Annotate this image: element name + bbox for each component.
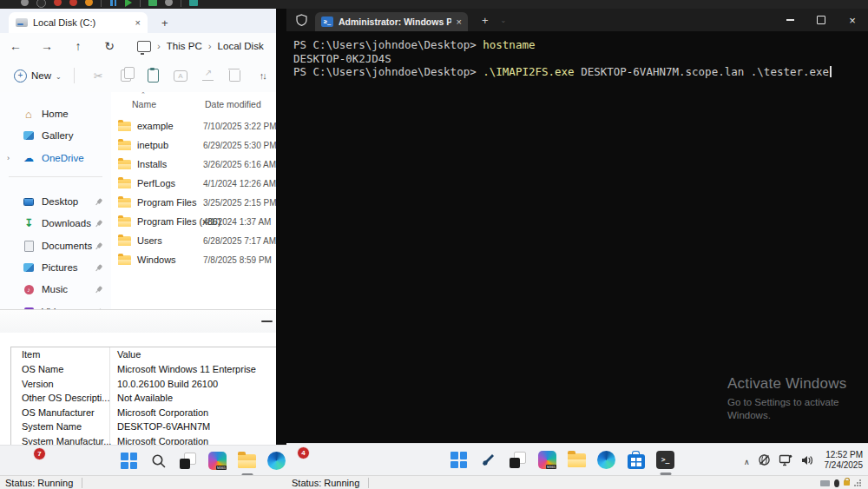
value-cell: Not Available (117, 393, 173, 403)
vm-stop-icon[interactable] (36, 0, 46, 8)
file-row[interactable]: inetpub 6/29/2025 5:30 PM (111, 137, 276, 155)
vm-pause-icon[interactable] (109, 0, 117, 6)
system-info-titlebar[interactable] (0, 310, 286, 333)
edge-icon[interactable] (267, 450, 286, 472)
column-header-date-modified[interactable]: Date modified (205, 99, 261, 109)
tool-icon[interactable] (479, 449, 497, 472)
watermark-title: Activate Windows (727, 375, 846, 393)
sidebar-item-pictures[interactable]: Pictures (0, 258, 108, 277)
start-button[interactable] (120, 450, 138, 472)
edge-icon[interactable] (597, 449, 615, 472)
microsoft-store-icon[interactable] (627, 449, 645, 472)
up-icon[interactable] (62, 39, 94, 53)
vm-suspend-icon[interactable] (85, 0, 93, 6)
refresh-icon[interactable] (94, 39, 125, 53)
sidebar-item-home[interactable]: Home (0, 104, 108, 123)
system-info-window: Item Value OS Name Microsoft Windows 11 … (0, 309, 286, 446)
file-row[interactable]: PerfLogs 4/1/2024 12:26 AM (111, 175, 276, 193)
tab-close-icon[interactable] (135, 18, 141, 28)
value-cell: Microsoft Corporation (117, 407, 208, 418)
value-cell: Microsoft Windows 11 Enterprise (117, 364, 256, 374)
file-explorer-icon[interactable] (568, 449, 586, 472)
copy-icon[interactable] (112, 69, 140, 82)
file-row[interactable]: Program Files 3/25/2025 2:15 PM (111, 195, 276, 212)
chevron-right-icon (208, 41, 212, 51)
tray-chevron-icon[interactable] (744, 453, 750, 468)
volume-icon[interactable] (800, 454, 814, 466)
table-row[interactable]: System Name DESKTOP-6VAHN7M (11, 420, 286, 434)
new-tab-icon[interactable] (161, 17, 168, 29)
table-row[interactable]: OS Manufacturer Microsoft Corporation (11, 406, 286, 420)
delete-icon[interactable] (221, 70, 249, 82)
sidebar-item-videos[interactable]: Videos (0, 302, 108, 309)
breadcrumb-this-pc[interactable]: This PC (167, 41, 202, 51)
m365-copilot-icon[interactable] (538, 449, 556, 472)
sidebar-item-documents[interactable]: Documents (0, 236, 108, 255)
powershell-tab[interactable]: Administrator: Windows Pow (315, 12, 468, 31)
breadcrumb[interactable]: This PC Local Disk (137, 41, 264, 52)
sidebar-item-gallery[interactable]: Gallery (0, 126, 108, 145)
sidebar-item-onedrive[interactable]: OneDrive (0, 149, 108, 168)
vm-record-icon[interactable] (54, 0, 62, 6)
share-icon[interactable] (194, 70, 222, 81)
paste-icon[interactable] (140, 69, 168, 83)
lock-icon[interactable] (844, 480, 850, 486)
column-header-item: Item (22, 349, 40, 360)
m365-copilot-icon[interactable] (208, 450, 227, 472)
vm-console-icon[interactable] (189, 0, 198, 6)
table-row[interactable]: System Manufactur... Microsoft Corporati… (11, 434, 286, 446)
documents-icon (23, 241, 35, 251)
file-row[interactable]: Installs 3/26/2025 6:16 AM (111, 156, 276, 174)
sort-icon[interactable] (249, 70, 276, 81)
resize-grip-icon[interactable] (854, 479, 861, 486)
sidebar-item-music[interactable]: Music (0, 280, 108, 299)
vm-revert-icon[interactable] (165, 0, 173, 6)
close-button[interactable] (837, 9, 868, 31)
maximize-button[interactable] (806, 9, 837, 31)
keyboard-icon[interactable] (820, 480, 830, 486)
task-view-icon[interactable] (179, 450, 197, 472)
file-date: 3/25/2025 2:15 PM (203, 198, 276, 208)
file-explorer-icon[interactable] (238, 450, 256, 472)
pin-icon (93, 196, 104, 208)
forward-icon[interactable] (31, 39, 62, 53)
watermark-line: Go to Settings to activate (727, 396, 846, 409)
sidebar-item-desktop[interactable]: Desktop (0, 192, 108, 211)
tab-close-icon[interactable] (457, 17, 462, 27)
ethernet-icon[interactable] (779, 454, 792, 466)
table-row[interactable]: Other OS Descripti... Not Available (11, 391, 286, 406)
vm-shutdown-icon[interactable] (69, 0, 77, 6)
table-row[interactable]: Version 10.0.26100 Build 26100 (11, 377, 286, 392)
vm-play-icon[interactable] (125, 0, 132, 7)
taskbar-clock[interactable]: 12:52 PM 7/24/2025 (825, 450, 864, 470)
vm-power-icon[interactable] (21, 0, 29, 6)
breadcrumb-local-disk[interactable]: Local Disk (218, 41, 264, 51)
no-internet-icon[interactable] (758, 453, 771, 466)
sidebar-item-downloads[interactable]: Downloads (0, 214, 108, 233)
new-button[interactable]: New (14, 69, 62, 83)
explorer-tab-local-disk[interactable]: Local Disk (C:) (9, 12, 148, 33)
sidebar-item-label: Pictures (42, 262, 78, 273)
back-icon[interactable] (0, 39, 31, 53)
powershell-titlebar[interactable]: Administrator: Windows Pow (286, 9, 868, 31)
column-header-name[interactable]: Name (132, 99, 156, 109)
file-row[interactable]: Program Files (x86) 4/1/2024 1:37 AM (111, 214, 276, 231)
minimize-button[interactable] (774, 9, 806, 31)
file-row[interactable]: Users 6/28/2025 7:17 AM (111, 233, 276, 250)
task-view-icon[interactable] (509, 449, 527, 472)
minimize-icon[interactable] (261, 320, 273, 322)
new-tab-icon[interactable] (482, 14, 489, 27)
mouse-icon[interactable] (834, 479, 839, 487)
search-icon[interactable] (149, 450, 168, 472)
start-button[interactable] (450, 449, 468, 472)
file-row[interactable]: Windows 7/8/2025 8:59 PM (111, 252, 276, 269)
terminal-icon[interactable] (656, 449, 674, 472)
table-row[interactable]: OS Name Microsoft Windows 11 Enterprise (11, 362, 286, 377)
vm-snapshot-icon[interactable] (148, 0, 157, 6)
expand-chevron-icon[interactable] (7, 154, 10, 162)
file-date: 4/1/2024 1:37 AM (203, 217, 271, 227)
file-row[interactable]: example 7/10/2025 3:22 PM (111, 118, 276, 135)
cut-icon[interactable] (85, 69, 113, 83)
tab-dropdown-icon[interactable] (501, 16, 507, 24)
rename-icon[interactable] (167, 70, 194, 82)
